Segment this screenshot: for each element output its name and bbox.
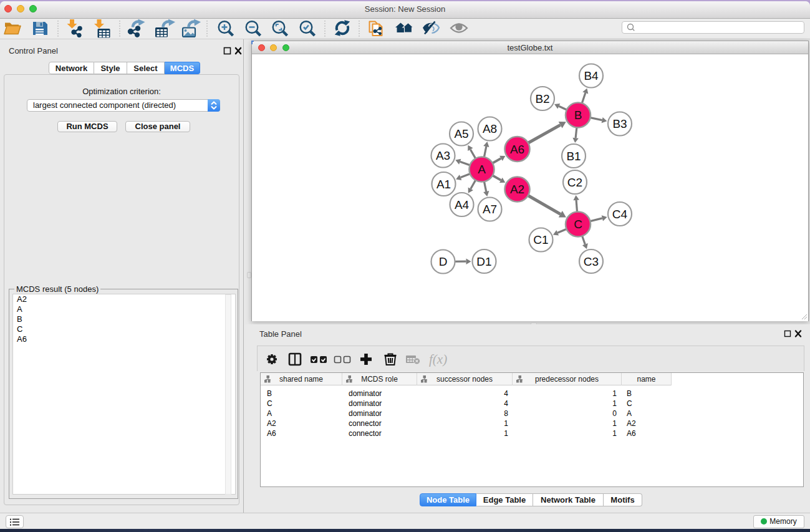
svg-text:A4: A4 xyxy=(455,198,470,211)
svg-text:f(x): f(x) xyxy=(429,352,447,367)
svg-text:C1: C1 xyxy=(533,233,548,246)
svg-text:A5: A5 xyxy=(454,127,468,140)
svg-text:A1: A1 xyxy=(436,178,451,191)
svg-text:B: B xyxy=(574,109,582,122)
svg-text:D1: D1 xyxy=(476,255,491,268)
svg-text:C4: C4 xyxy=(612,208,628,221)
svg-text:A: A xyxy=(478,163,486,176)
svg-text:A2: A2 xyxy=(510,183,524,196)
svg-text:A3: A3 xyxy=(436,149,450,162)
svg-text:C3: C3 xyxy=(584,255,599,268)
svg-text:C2: C2 xyxy=(567,176,582,189)
svg-text:B4: B4 xyxy=(584,69,599,82)
svg-text:B1: B1 xyxy=(566,150,581,163)
svg-text:B3: B3 xyxy=(612,117,627,130)
svg-text:D: D xyxy=(439,255,448,268)
svg-text:B2: B2 xyxy=(535,92,549,105)
svg-text:A6: A6 xyxy=(510,143,524,156)
svg-text:A8: A8 xyxy=(483,122,497,135)
svg-text:A7: A7 xyxy=(483,203,497,216)
svg-text:C: C xyxy=(574,218,582,231)
